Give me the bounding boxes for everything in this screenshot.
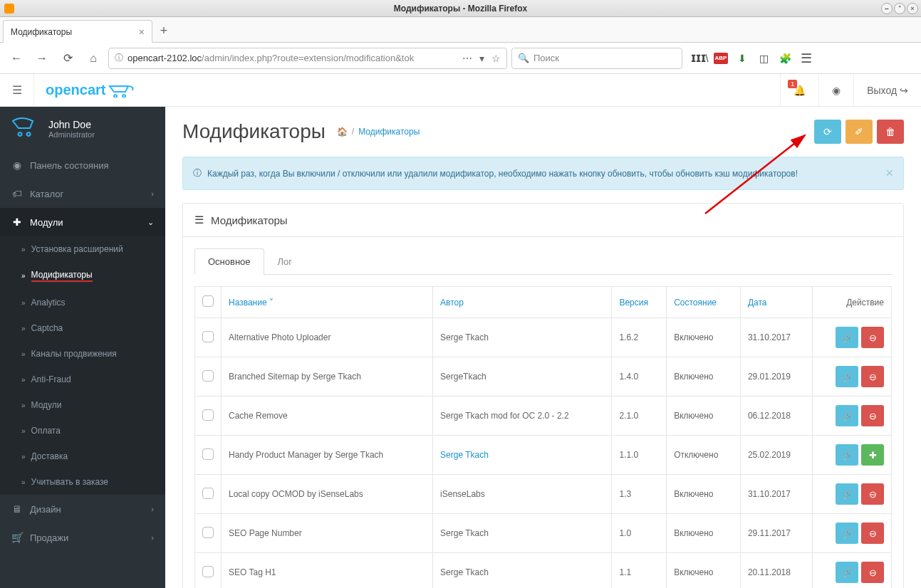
panel-header: ☰ Модификаторы	[183, 204, 903, 237]
maximize-button[interactable]: ˄	[894, 3, 905, 14]
tab-main[interactable]: Основное	[194, 248, 264, 275]
toggle-button[interactable]: ⊖	[861, 405, 884, 426]
cell-author: SergeTkach	[433, 357, 612, 397]
home-icon[interactable]: 🏠	[337, 127, 348, 137]
reader-icon[interactable]: ▾	[479, 53, 484, 64]
logout-button[interactable]: Выход ↪	[853, 74, 921, 106]
toggle-button[interactable]: ⊖	[861, 327, 884, 348]
toggle-button[interactable]: ⊖	[861, 366, 884, 387]
home-button[interactable]: ⌂	[83, 48, 104, 69]
breadcrumb-link[interactable]: Модификаторы	[358, 127, 420, 137]
sub-item-feeds[interactable]: »Каналы продвижения	[0, 341, 165, 367]
browser-toolbar: ← → ⟳ ⌂ ⓘ opencart-2102.loc/admin/index.…	[0, 43, 921, 74]
url-more-icon[interactable]: ⋯	[462, 53, 472, 64]
alert-close-button[interactable]: ×	[885, 166, 893, 181]
sub-item-analytics[interactable]: »Analytics	[0, 290, 165, 315]
abp-icon[interactable]: ABP	[714, 53, 728, 64]
notifications-button[interactable]: 1 🔔	[780, 74, 818, 106]
tab-title: Модификаторы	[11, 27, 72, 37]
link-button[interactable]: 🔗	[836, 405, 858, 426]
info-icon: ⓘ	[193, 167, 202, 179]
link-icon: 🔗	[841, 450, 853, 461]
menu-icon[interactable]: ☰	[799, 51, 813, 65]
sidebar-toggle[interactable]: ☰	[0, 74, 34, 107]
table-row: SEO Tag H1 Serge Tkach 1.1 Включено 20.1…	[195, 553, 892, 589]
col-date[interactable]: Дата	[748, 298, 767, 308]
minimize-button[interactable]: ‒	[881, 3, 893, 14]
toggle-button[interactable]: ⊖	[861, 483, 884, 505]
list-icon: ☰	[194, 214, 204, 226]
refresh-button[interactable]: ⟳	[814, 120, 841, 144]
sub-item-shipping[interactable]: »Доставка	[0, 443, 165, 469]
search-bar[interactable]: 🔍 Поиск	[511, 48, 682, 69]
panel-title: Модификаторы	[211, 214, 288, 226]
row-checkbox[interactable]	[202, 488, 214, 499]
sub-item-modifications[interactable]: »Модификаторы	[0, 262, 165, 290]
nav-label: Продажи	[30, 532, 68, 543]
library-icon[interactable]: 𝗜𝗜𝗜\	[692, 51, 707, 65]
close-window-button[interactable]: ×	[907, 3, 918, 14]
cell-date: 20.11.2018	[740, 553, 812, 589]
tab-close-icon[interactable]: ×	[139, 26, 145, 38]
sidebar-item-sales[interactable]: 🛒 Продажи ›	[0, 523, 165, 552]
back-button[interactable]: ←	[6, 48, 27, 69]
url-bar[interactable]: ⓘ opencart-2102.loc/admin/index.php?rout…	[108, 48, 507, 69]
row-checkbox[interactable]	[202, 527, 214, 538]
sub-item-antifraud[interactable]: »Anti-Fraud	[0, 367, 165, 392]
new-tab-button[interactable]: +	[152, 19, 175, 42]
author-link[interactable]: Serge Tkach	[440, 450, 489, 460]
select-all-checkbox[interactable]	[202, 295, 214, 307]
sidebar-item-extensions[interactable]: ✚ Модули ⌄	[0, 208, 165, 236]
sub-item-totals[interactable]: »Учитывать в заказе	[0, 469, 165, 495]
sub-item-captcha[interactable]: »Captcha	[0, 315, 165, 341]
col-status[interactable]: Состояние	[674, 298, 717, 308]
forward-button[interactable]: →	[31, 48, 53, 69]
sub-item-installer[interactable]: »Установка расширений	[0, 236, 165, 262]
link-button[interactable]: 🔗	[836, 444, 858, 466]
arrow-icon: »	[21, 453, 26, 461]
link-icon: 🔗	[841, 567, 853, 578]
help-button[interactable]: ◉	[818, 74, 853, 106]
author-text: Serge Tkach	[440, 567, 489, 577]
sidebar-item-dashboard[interactable]: ◉ Панель состояния	[0, 151, 165, 179]
toggle-button[interactable]: ⊖	[861, 523, 884, 544]
toggle-button[interactable]: ⊖	[861, 562, 884, 583]
row-checkbox[interactable]	[202, 448, 214, 460]
sidebar-item-design[interactable]: 🖥 Дизайн ›	[0, 495, 165, 523]
sub-item-payments[interactable]: »Оплата	[0, 418, 165, 443]
info-alert: ⓘ Каждый раз, когда Вы включили / отключ…	[182, 157, 904, 190]
sidebar-icon[interactable]: ◫	[756, 51, 771, 65]
clear-button[interactable]: ✐	[845, 120, 873, 144]
col-version[interactable]: Версия	[619, 298, 648, 308]
reload-button[interactable]: ⟳	[57, 48, 78, 69]
browser-tab[interactable]: Модификаторы ×	[3, 20, 152, 43]
col-author[interactable]: Автор	[440, 298, 464, 308]
arrow-icon: »	[21, 427, 26, 435]
opencart-logo[interactable]: opencart	[34, 82, 148, 98]
arrow-icon: »	[21, 478, 26, 486]
row-checkbox[interactable]	[202, 370, 214, 382]
row-checkbox[interactable]	[202, 409, 214, 421]
sidebar-item-catalog[interactable]: 🏷 Каталог ›	[0, 179, 165, 208]
nav-label: Модули	[30, 217, 63, 228]
toggle-button[interactable]: ✚	[861, 444, 884, 466]
link-button[interactable]: 🔗	[836, 483, 858, 505]
bookmark-star-icon[interactable]: ☆	[491, 53, 501, 64]
table-row: Handy Product Manager by Serge Tkach Ser…	[195, 436, 892, 475]
cell-version: 1.6.2	[612, 318, 667, 357]
tab-log[interactable]: Лог	[264, 248, 306, 275]
cell-date: 29.01.2019	[740, 357, 812, 397]
row-checkbox[interactable]	[202, 331, 214, 342]
link-button[interactable]: 🔗	[836, 327, 858, 348]
col-name[interactable]: Название ˅	[229, 298, 274, 308]
search-placeholder: Поиск	[534, 53, 559, 63]
row-checkbox[interactable]	[202, 566, 214, 577]
link-button[interactable]: 🔗	[836, 366, 858, 387]
page-header: Модификаторы 🏠 / Модификаторы ⟳ ✐ 🗑	[165, 107, 921, 157]
delete-button[interactable]: 🗑	[877, 120, 904, 144]
downloads-icon[interactable]: ⬇	[735, 51, 749, 65]
puzzle-icon[interactable]: 🧩	[778, 51, 792, 65]
sub-item-modules[interactable]: »Модули	[0, 392, 165, 418]
link-button[interactable]: 🔗	[836, 562, 858, 583]
link-button[interactable]: 🔗	[836, 523, 858, 544]
